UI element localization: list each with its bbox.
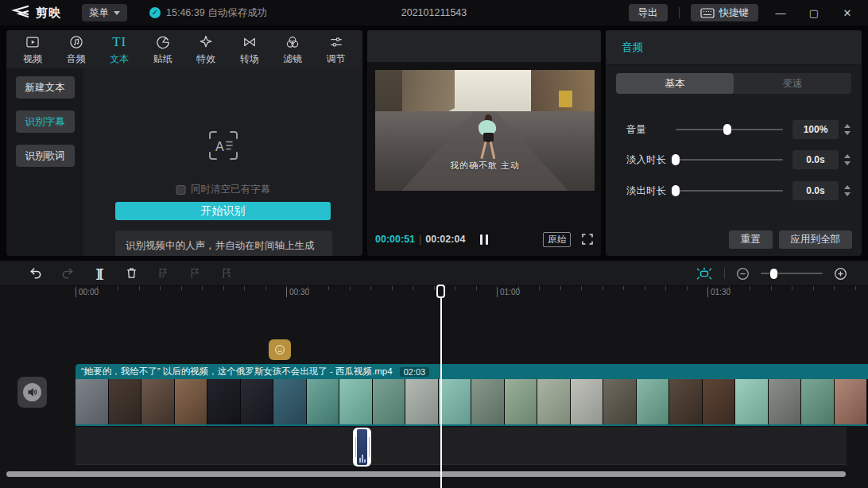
autosave-status: ✓ 15:46:39 自动保存成功 [149,6,267,20]
slider-thumb[interactable] [770,269,777,279]
ruler-tick [603,286,603,290]
video-icon [25,33,41,51]
step-down-icon[interactable] [844,131,851,135]
slider-thumb[interactable] [672,154,680,165]
timeline-ruler[interactable]: 00:0000:3001:0001:30 [0,285,868,302]
zoom-out-icon[interactable] [736,267,750,281]
redo-icon[interactable] [60,266,75,281]
flag-x-icon[interactable] [219,266,234,281]
ruler-tick [645,286,645,290]
fade-out-stepper[interactable] [844,185,851,196]
slider-thumb[interactable] [723,124,731,135]
clear-existing-subtitles-checkbox[interactable] [176,185,185,195]
close-button[interactable]: ✕ [836,4,858,21]
clip-thumbnail [109,379,141,424]
sticker-clip[interactable] [269,339,291,360]
delete-icon[interactable] [124,266,138,281]
timecode-divider: | [419,234,421,245]
current-timecode: 00:00:51 [375,234,415,245]
timeline-zoom-slider[interactable] [761,273,823,274]
tab-transition[interactable]: 转场 [228,33,272,66]
split-icon[interactable]: ][ [92,266,107,281]
step-up-icon[interactable] [844,124,851,128]
tab-label: 调节 [327,52,346,66]
tab-label: 滤镜 [283,52,302,66]
playhead[interactable] [436,285,445,488]
thumbnail-strip [76,379,868,424]
volume-slider[interactable] [676,129,783,130]
video-track-clip[interactable]: “她要的，我给不了” 以后的视频，这个俄罗斯女孩不会出现了 - 西瓜视频.mp4… [76,364,868,426]
fade-out-value[interactable]: 0.0s [792,181,839,200]
fade-in-stepper[interactable] [844,154,851,165]
fade-in-label: 淡入时长 [626,153,676,167]
start-recognition-button[interactable]: 开始识别 [115,202,331,220]
clip-thumbnail [769,379,801,424]
step-up-icon[interactable] [844,154,851,158]
step-down-icon[interactable] [844,192,851,196]
sidebar-item-new-text[interactable]: 新建文本 [16,76,75,99]
tab-sticker[interactable]: 贴纸 [141,33,185,66]
sidebar-item-recognize-lyrics[interactable]: 识别歌词 [16,145,75,167]
tab-effects[interactable]: 特效 [184,33,228,66]
volume-value[interactable]: 100% [792,120,839,139]
ruler-tick [792,286,792,290]
tab-audio[interactable]: 音频 [55,33,99,66]
ruler-tick [118,286,118,290]
clip-duration-badge: 02:03 [400,367,430,377]
speaker-icon [23,383,41,401]
volume-stepper[interactable] [844,124,851,135]
tab-text[interactable]: TI 文本 [98,33,141,66]
ruler-tick [687,286,688,290]
autosave-text: 15:46:39 自动保存成功 [166,6,267,20]
reset-button[interactable]: 重置 [729,230,773,249]
ruler-tick [392,286,393,290]
minimize-button[interactable]: — [769,4,792,21]
step-up-icon[interactable] [844,185,851,189]
volume-label: 音量 [626,123,676,137]
apply-to-all-button[interactable]: 应用到全部 [779,230,853,249]
ruler-tick [623,286,624,290]
app-name: 剪映 [36,6,61,21]
fade-in-slider[interactable] [676,159,783,161]
svg-text:A: A [215,140,224,153]
snap-toggle-icon[interactable] [696,266,713,281]
asset-tabbar: 视频 音频 TI 文本 贴纸 特效 转场 滤镜 调节 [6,30,362,68]
menu-button[interactable]: 菜单 [82,4,127,21]
track-mute-button[interactable] [17,377,47,408]
recognition-description: 识别视频中的人声，并自动在时间轴上生成字幕文本。 [115,230,332,256]
ruler-tick [665,286,666,290]
undo-icon[interactable] [29,266,43,281]
ruler-label: 01:00 [497,288,520,297]
tab-video[interactable]: 视频 [11,33,55,66]
tab-adjust[interactable]: 调节 [315,33,358,66]
fade-in-value[interactable]: 0.0s [792,150,839,169]
step-down-icon[interactable] [844,161,851,165]
maximize-button[interactable]: ▢ [803,4,825,21]
sidebar-item-recognize-subtitles[interactable]: 识别字幕 [16,110,75,133]
tab-basic[interactable]: 基本 [616,73,734,94]
video-preview[interactable]: 我的确不敢 主动 [375,70,595,191]
pause-button[interactable] [480,234,488,245]
tab-filter[interactable]: 滤镜 [271,33,315,66]
shortcuts-button[interactable]: 快捷键 [691,4,759,21]
horizontal-scrollbar[interactable] [6,471,846,477]
selected-audio-clip[interactable] [353,428,371,467]
original-quality-button[interactable]: 原始 [543,232,571,247]
subtitle-scan-icon: A [207,130,239,161]
properties-panel: 音频 基本 变速 音量 100% 淡入时长 0.0s 淡出时长 0.0s 重置 … [606,30,862,256]
flag-icon[interactable] [188,266,202,281]
scene-dancer [476,114,500,164]
flag-ai-icon[interactable] [156,266,170,281]
fullscreen-icon[interactable] [582,234,593,245]
tab-label: 贴纸 [153,52,172,66]
total-timecode: 00:02:04 [425,234,465,245]
zoom-in-icon[interactable] [834,267,847,281]
ruler-tick [265,286,266,290]
fade-out-slider[interactable] [676,190,783,192]
audio-track[interactable] [76,428,847,465]
chevron-down-icon [114,11,120,15]
export-button[interactable]: 导出 [629,4,668,21]
preview-subtitle: 我的确不敢 主动 [375,160,595,172]
tab-speed[interactable]: 变速 [734,73,851,94]
slider-thumb[interactable] [672,185,680,196]
